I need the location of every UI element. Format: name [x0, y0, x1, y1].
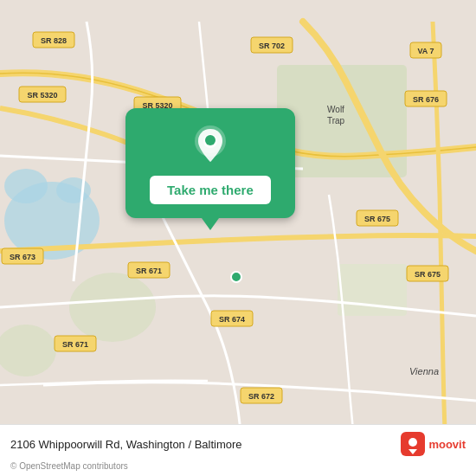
svg-text:Trap: Trap [327, 116, 345, 125]
svg-text:Vienna: Vienna [409, 366, 439, 376]
svg-text:SR 672: SR 672 [248, 392, 274, 401]
address-row: 2106 Whippoorwill Rd, Washington / Balti… [0, 424, 476, 460]
info-bar: 2106 Whippoorwill Rd, Washington / Balti… [0, 424, 476, 476]
svg-text:SR 675: SR 675 [364, 215, 390, 223]
copyright-row: © OpenStreetMap contributors [0, 460, 476, 476]
svg-text:SR 676: SR 676 [413, 95, 439, 104]
moovit-icon [401, 432, 425, 456]
location-pin-icon [195, 125, 226, 167]
svg-point-40 [205, 135, 215, 145]
moovit-text: moovit [428, 438, 466, 451]
svg-text:Wolf: Wolf [327, 105, 344, 114]
moovit-logo: moovit [401, 432, 466, 456]
svg-text:SR 674: SR 674 [219, 315, 245, 324]
svg-text:SR 671: SR 671 [62, 340, 88, 349]
svg-text:SR 702: SR 702 [259, 42, 285, 50]
svg-point-36 [231, 272, 241, 282]
svg-point-5 [0, 325, 56, 376]
svg-point-1 [4, 169, 48, 203]
map-svg: SR 828 VA 7 SR 702 SR 5320 SR 5320 SR 67… [0, 0, 476, 476]
green-card: Take me there [125, 108, 295, 218]
map-container: SR 828 VA 7 SR 702 SR 5320 SR 5320 SR 67… [0, 0, 476, 476]
svg-text:SR 671: SR 671 [136, 267, 162, 275]
navigation-card: Take me there [125, 108, 295, 218]
copyright-text: © OpenStreetMap contributors [10, 461, 128, 471]
take-me-there-button[interactable]: Take me there [150, 176, 271, 204]
svg-text:SR 675: SR 675 [415, 270, 441, 279]
svg-point-2 [56, 177, 91, 203]
svg-point-4 [69, 273, 156, 342]
svg-text:SR 673: SR 673 [10, 253, 35, 261]
svg-text:SR 828: SR 828 [41, 36, 67, 45]
svg-text:SR 5320: SR 5320 [27, 91, 57, 100]
svg-point-42 [408, 438, 417, 447]
svg-text:VA 7: VA 7 [417, 47, 434, 55]
address-text: 2106 Whippoorwill Rd, Washington / Balti… [10, 438, 242, 451]
